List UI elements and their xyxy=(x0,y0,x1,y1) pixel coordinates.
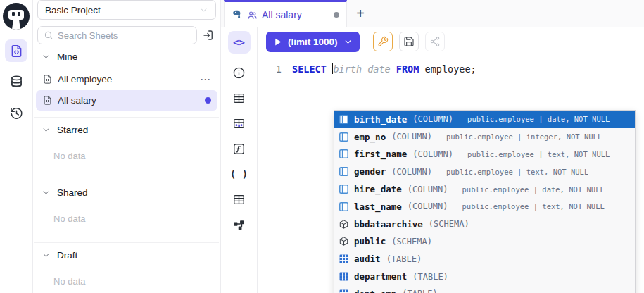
schema-icon xyxy=(339,220,348,229)
autocomplete-item[interactable]: birth_date (COLUMN) public.employee | da… xyxy=(334,111,635,128)
new-tab-button[interactable]: + xyxy=(347,0,374,27)
sheet-item-all-employee[interactable]: All employee ⋯ xyxy=(36,69,217,89)
autocomplete-item[interactable]: audit (TABLE) xyxy=(334,250,635,268)
autocomplete-popup: birth_date (COLUMN) public.employee | da… xyxy=(334,110,636,293)
autocomplete-item[interactable]: bbdataarchive (SCHEMA) xyxy=(334,216,635,233)
section-header-draft[interactable]: Draft xyxy=(34,243,219,267)
table-columns-button[interactable] xyxy=(228,87,251,108)
sheet-sidebar: Basic Project Search Sheets Mine xyxy=(33,0,221,293)
table-data-button[interactable] xyxy=(228,113,251,134)
autocomplete-item-kind: (COLUMN) xyxy=(391,132,432,142)
play-icon xyxy=(273,37,282,46)
autocomplete-item-detail: public.employee | text, NOT NULL xyxy=(446,168,588,176)
tab-all-salary[interactable]: All salary xyxy=(224,0,347,27)
secondary-rail: <> ( ) xyxy=(221,27,258,293)
autocomplete-item[interactable]: public (SCHEMA) xyxy=(334,233,635,251)
postgres-icon xyxy=(232,9,243,20)
column-icon xyxy=(339,132,348,142)
er-diagram-button[interactable] xyxy=(228,214,251,235)
run-button-label: (limit 1000) xyxy=(288,37,338,47)
parentheses-button[interactable]: ( ) xyxy=(228,163,251,185)
tab-dirty-dot xyxy=(334,12,339,18)
autocomplete-item-name: audit xyxy=(354,254,381,264)
sql-editor[interactable]: 1 SELECT birth_date FROM employee; birth… xyxy=(258,56,644,293)
autocomplete-item[interactable]: gender (COLUMN) public.employee | text, … xyxy=(334,163,635,180)
section-label: Draft xyxy=(57,250,77,261)
autocomplete-item[interactable]: dept_emp (TABLE) xyxy=(334,285,635,293)
autocomplete-item[interactable]: first_name (COLUMN) public.employee | te… xyxy=(334,146,635,163)
run-query-button[interactable]: (limit 1000) xyxy=(266,32,360,52)
format-sql-button[interactable] xyxy=(373,32,393,51)
sheet-item-all-salary[interactable]: All salary xyxy=(36,90,217,111)
section-header-shared[interactable]: Shared xyxy=(34,180,219,204)
column-icon xyxy=(339,185,348,194)
column-icon xyxy=(339,115,348,124)
autocomplete-item-detail: public.employee | date, NOT NULL xyxy=(467,115,610,123)
section-label: Shared xyxy=(57,187,88,198)
code-line-1: 1 SELECT birth_date FROM employee; xyxy=(258,56,644,75)
column-icon xyxy=(339,149,348,158)
history-icon xyxy=(9,106,24,120)
code-view-toggle[interactable]: <> xyxy=(228,31,251,54)
keyword-from: FROM xyxy=(396,63,419,75)
sidebar-item-sheets[interactable] xyxy=(5,39,27,62)
sidebar-item-history[interactable] xyxy=(5,101,27,124)
editor-body: <> ( ) xyxy=(221,27,644,293)
section-header-mine[interactable]: Mine xyxy=(34,44,219,68)
search-input[interactable]: Search Sheets xyxy=(37,26,197,44)
tab-bar: All salary + xyxy=(221,0,644,27)
autocomplete-item[interactable]: hire_date (COLUMN) public.employee | dat… xyxy=(334,180,635,198)
group-icon xyxy=(247,10,258,20)
table-columns-icon xyxy=(232,92,246,105)
column-icon xyxy=(339,167,348,176)
bytebase-logo[interactable] xyxy=(3,3,30,30)
project-selector[interactable]: Basic Project xyxy=(37,0,216,20)
autocomplete-item-name: bbdataarchive xyxy=(354,219,423,230)
autocomplete-item-kind: (COLUMN) xyxy=(412,114,453,124)
section-shared: Shared No data xyxy=(34,180,219,243)
info-icon xyxy=(232,66,246,80)
autocomplete-item-name: first_name xyxy=(354,149,407,159)
tab-label: All salary xyxy=(262,9,302,20)
autocomplete-item[interactable]: department (TABLE) xyxy=(334,268,635,285)
chevron-down-icon xyxy=(42,125,51,135)
chevron-down-icon xyxy=(343,37,353,46)
function-button[interactable] xyxy=(228,138,251,159)
autocomplete-item[interactable]: last_name (COLUMN) public.employee | tex… xyxy=(334,198,635,216)
table-icon xyxy=(232,193,246,206)
autocomplete-item-kind: (COLUMN) xyxy=(408,185,448,194)
sheet-item-menu-icon[interactable]: ⋯ xyxy=(200,76,211,83)
primary-rail xyxy=(0,0,33,293)
import-sheet-icon[interactable] xyxy=(202,29,215,42)
ghost-suggestion: birth_date xyxy=(333,63,390,75)
table-button[interactable] xyxy=(228,189,251,210)
autocomplete-item-kind: (COLUMN) xyxy=(412,149,453,159)
autocomplete-item-name: gender xyxy=(354,166,386,177)
chevron-down-icon xyxy=(42,52,51,61)
file-code-icon xyxy=(42,74,53,85)
autocomplete-item-name: emp_no xyxy=(354,132,386,142)
autocomplete-item-name: department xyxy=(354,271,407,282)
save-sheet-button[interactable] xyxy=(399,32,419,51)
share-button[interactable] xyxy=(425,32,445,51)
section-draft: Draft No data xyxy=(34,243,219,293)
line-number: 1 xyxy=(258,63,282,75)
editor-pane: (limit 1000) 1 SE xyxy=(258,27,644,293)
autocomplete-item-detail: public.employee | text, NOT NULL xyxy=(462,202,605,211)
sidebar-item-databases[interactable] xyxy=(5,70,27,93)
search-row: Search Sheets xyxy=(33,20,220,44)
chevron-down-icon xyxy=(199,6,208,15)
autocomplete-item-name: last_name xyxy=(354,201,402,212)
autocomplete-item-kind: (SCHEMA) xyxy=(391,237,432,247)
autocomplete-item[interactable]: emp_no (COLUMN) public.employee | intege… xyxy=(334,128,635,146)
info-button[interactable] xyxy=(228,62,251,83)
keyword-select: SELECT xyxy=(292,63,327,75)
autocomplete-item-kind: (SCHEMA) xyxy=(429,219,469,229)
file-code-icon xyxy=(9,44,24,58)
save-icon xyxy=(403,36,415,47)
section-header-starred[interactable]: Starred xyxy=(34,118,219,142)
function-icon xyxy=(232,142,246,156)
file-code-icon xyxy=(42,95,53,106)
table-data-icon xyxy=(232,117,246,130)
sheet-item-label: All salary xyxy=(58,95,96,106)
